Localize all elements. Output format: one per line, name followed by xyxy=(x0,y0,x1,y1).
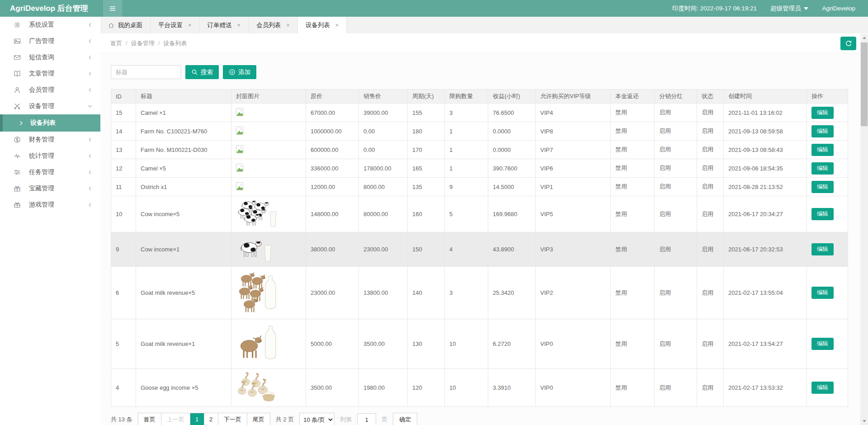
edit-button[interactable]: 编辑 xyxy=(811,208,834,220)
scrollbar-thumb[interactable] xyxy=(861,42,868,126)
hamburger-icon xyxy=(109,5,116,12)
cell-id: 6 xyxy=(111,267,136,319)
gift-icon xyxy=(14,201,21,209)
sidebar-item-label: 财务管理 xyxy=(29,136,54,144)
cell-actions: 编辑 xyxy=(807,369,848,407)
close-icon[interactable]: × xyxy=(335,22,339,28)
page-button-2[interactable]: 2 xyxy=(204,413,218,425)
close-icon[interactable]: × xyxy=(188,22,192,28)
sidebar-item-7[interactable]: 统计管理 xyxy=(0,148,100,164)
sidebar-item-8[interactable]: 任务管理 xyxy=(0,164,100,180)
cell-principal-return: 禁用 xyxy=(611,141,655,159)
edit-button[interactable]: 编辑 xyxy=(811,144,834,156)
search-icon xyxy=(191,69,198,76)
confirm-button[interactable]: 确定 xyxy=(393,413,417,425)
scrollbar-down-arrow-icon[interactable] xyxy=(860,417,868,425)
chevron-down-icon xyxy=(87,103,93,109)
close-icon[interactable]: × xyxy=(286,22,290,28)
breadcrumb-item-0[interactable]: 首页 xyxy=(110,40,122,47)
next-page-button[interactable]: 下一页 xyxy=(218,413,247,425)
cell-vip-level: VIP0 xyxy=(536,319,611,369)
edit-button[interactable]: 编辑 xyxy=(811,107,834,119)
cell-income-per-hour: 25.3420 xyxy=(488,267,536,319)
sidebar-item-9[interactable]: 宝藏管理 xyxy=(0,180,100,197)
cell-principal-return: 禁用 xyxy=(611,104,655,122)
tab-2[interactable]: 订单赠送× xyxy=(200,17,249,33)
sidebar-item-3[interactable]: 文章管理 xyxy=(0,66,100,82)
cell-status: 启用 xyxy=(697,232,724,267)
sidebar-item-4[interactable]: 会员管理 xyxy=(0,82,100,98)
tab-3[interactable]: 会员列表× xyxy=(249,17,298,33)
tab-bar: 我的桌面平台设置×订单赠送×会员列表×设备列表× xyxy=(100,17,868,33)
search-button[interactable]: 搜索 xyxy=(185,65,219,79)
user-icon xyxy=(14,86,21,94)
cell-sale-price: 80000.00 xyxy=(359,196,408,232)
goto-page-input[interactable] xyxy=(357,413,376,425)
cell-period: 135 xyxy=(408,178,445,196)
cell-principal-return: 禁用 xyxy=(611,319,655,369)
cell-distribution-dividend: 启用 xyxy=(655,232,697,267)
search-input[interactable] xyxy=(111,65,181,79)
sidebar-subitem-active[interactable]: 设备列表 xyxy=(0,114,100,132)
column-header: 封面图片 xyxy=(231,90,306,104)
tab-label: 我的桌面 xyxy=(118,21,142,29)
last-page-button[interactable]: 尾页 xyxy=(247,413,270,425)
edit-button[interactable]: 编辑 xyxy=(811,287,834,299)
cell-id: 5 xyxy=(111,319,136,369)
gear-icon xyxy=(14,21,21,29)
breadcrumb-item-1[interactable]: 设备管理 xyxy=(131,40,155,47)
cell-distribution-dividend: 启用 xyxy=(655,141,697,159)
add-button[interactable]: 添加 xyxy=(223,65,256,79)
sidebar-item-2[interactable]: 短信查询 xyxy=(0,49,100,66)
page-button-1[interactable]: 1 xyxy=(190,413,204,425)
cell-purchase-limit: 3 xyxy=(445,104,488,122)
scrollbar-up-arrow-icon[interactable] xyxy=(860,34,868,42)
sidebar-item-5[interactable]: 设备管理 xyxy=(0,98,100,114)
book-icon xyxy=(14,70,21,78)
cell-title: Farm No. M100221-D030 xyxy=(136,141,231,159)
cell-title: Ostrich x1 xyxy=(136,178,231,196)
refresh-icon xyxy=(845,40,852,47)
role-dropdown[interactable]: 超级管理员 xyxy=(770,5,809,13)
account-name[interactable]: AgriDevelop xyxy=(822,5,855,12)
sidebar-subitem-label: 设备列表 xyxy=(30,119,56,127)
caret-down-icon xyxy=(804,7,808,10)
cell-vip-level: VIP1 xyxy=(536,178,611,196)
mail-icon xyxy=(14,54,21,61)
vertical-scrollbar[interactable] xyxy=(860,34,868,425)
edit-button[interactable]: 编辑 xyxy=(811,181,834,193)
main-area: 我的桌面平台设置×订单赠送×会员列表×设备列表× 首页/设备管理/设备列表 搜索… xyxy=(100,17,868,425)
cell-purchase-limit: 10 xyxy=(445,369,488,407)
table-row-5: 5Goat milk revenue×15000.003500.00130106… xyxy=(111,319,848,369)
tab-1[interactable]: 平台设置× xyxy=(151,17,200,33)
cell-income-per-hour: 14.5000 xyxy=(488,178,536,196)
close-icon[interactable]: × xyxy=(237,22,241,28)
cover-image-goats-with-milk-bottle xyxy=(231,267,306,319)
cell-sale-price: 3500.00 xyxy=(359,319,408,369)
chevron-left-icon xyxy=(87,185,93,192)
cell-distribution-dividend: 启用 xyxy=(655,178,697,196)
table-row-13: 13Farm No. M100221-D030600000.000.001701… xyxy=(111,141,848,159)
page-size-select[interactable]: 10 条/页 xyxy=(299,413,335,425)
pagination-button-group: 首页上一页12下一页尾页 xyxy=(138,413,270,425)
sidebar-item-6[interactable]: 财务管理 xyxy=(0,132,100,148)
sidebar-item-label: 宝藏管理 xyxy=(29,184,54,193)
tab-0[interactable]: 我的桌面 xyxy=(100,17,151,33)
table-row-12: 12Camel ×5336000.00178000.001651390.7600… xyxy=(111,159,848,178)
chevron-left-icon xyxy=(87,54,93,61)
edit-button[interactable]: 编辑 xyxy=(811,382,834,394)
edit-button[interactable]: 编辑 xyxy=(811,125,834,137)
sidebar-item-10[interactable]: 游戏管理 xyxy=(0,197,100,213)
edit-button[interactable]: 编辑 xyxy=(811,338,834,350)
edit-button[interactable]: 编辑 xyxy=(811,243,834,255)
cell-sale-price: 178000.00 xyxy=(359,159,408,178)
sidebar-item-0[interactable]: 系统设置 xyxy=(0,17,100,33)
menu-toggle-button[interactable] xyxy=(103,0,122,17)
refresh-button[interactable] xyxy=(840,37,856,50)
edit-button[interactable]: 编辑 xyxy=(811,162,834,175)
cell-actions: 编辑 xyxy=(807,159,848,178)
tab-4[interactable]: 设备列表× xyxy=(298,17,347,33)
first-page-button[interactable]: 首页 xyxy=(138,413,161,425)
sidebar-item-1[interactable]: 广告管理 xyxy=(0,33,100,49)
table-row-6: 6Goat milk revenue×523000.0013800.001403… xyxy=(111,267,848,319)
